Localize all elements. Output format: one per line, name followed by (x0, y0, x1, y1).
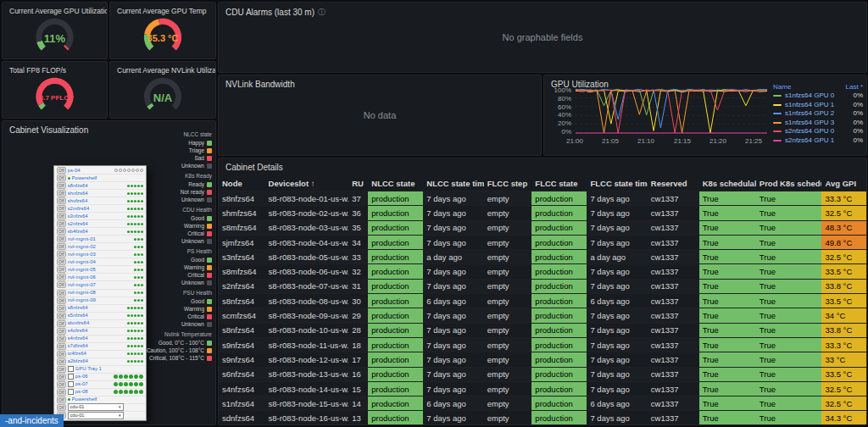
legend-item[interactable]: Triage (142, 147, 212, 154)
cell-link[interactable]: s8nfzs64 (219, 294, 265, 308)
power-toggle[interactable]: Off (57, 213, 66, 219)
power-toggle[interactable]: Off (57, 351, 66, 358)
rack-item-link[interactable]: nvl-mgmt-07 (68, 282, 132, 288)
power-toggle[interactable]: Off (57, 228, 66, 235)
checkbox[interactable] (68, 381, 74, 387)
rack-item-link[interactable]: nvl-mgmt-05 (68, 267, 132, 273)
power-toggle[interactable]: Off (57, 182, 66, 189)
legend-item[interactable]: Good, 0°C - 100°C (142, 339, 212, 347)
series-name[interactable]: s1nfzs64 GPU 1 (785, 101, 849, 110)
column-header[interactable]: Reserved (648, 175, 699, 191)
power-toggle[interactable]: Off (57, 274, 66, 280)
power-toggle[interactable]: Off (57, 205, 66, 212)
rack-item-link[interactable]: nvl-mgmt-04 (68, 259, 132, 265)
checkbox[interactable] (68, 374, 74, 380)
rack-item-link[interactable]: s3nfzs64 (68, 214, 125, 219)
cell-link[interactable]: s8nfzs64 (219, 323, 265, 337)
column-header[interactable]: NLCC state time (423, 175, 483, 191)
legend-item[interactable]: Unknown (142, 237, 212, 245)
rack-item-link[interactable]: nvl-mgmt-03 (68, 252, 132, 258)
legend-series-row[interactable]: s2nfzs64 GPU 00% (773, 127, 863, 136)
column-header[interactable]: FLCC state (531, 175, 587, 191)
power-toggle[interactable]: Off (57, 343, 66, 350)
rack-item-link[interactable]: nvl-mgmt-01 (68, 236, 132, 242)
legend-item[interactable]: Warning (142, 222, 212, 230)
power-toggle[interactable]: Off (57, 336, 66, 342)
series-name[interactable]: s2nfzs64 GPU 0 (785, 127, 849, 136)
rack-item-link[interactable]: nvl-mgmt-09 (68, 297, 132, 303)
power-toggle[interactable]: Off (57, 175, 66, 181)
power-toggle[interactable]: Off (57, 313, 66, 319)
rack-item-link[interactable]: ps-08 (75, 389, 112, 395)
legend-item[interactable]: Sad (142, 154, 212, 162)
legend-series-row[interactable]: s1nfzs64 GPU 20% (773, 109, 863, 119)
legend-series-row[interactable]: s1nfzs64 GPU 00% (773, 92, 863, 101)
cell-link[interactable]: s9nfzs64 (219, 337, 265, 352)
cdu-select[interactable]: cdu-01▾ (68, 403, 124, 411)
cell-link[interactable]: shmfzs64 (219, 206, 265, 220)
status-link[interactable]: -and-incidents (0, 414, 64, 427)
power-toggle[interactable]: Off (57, 220, 66, 227)
cell-link[interactable]: s8nfzs64 (219, 191, 265, 206)
legend-series-row[interactable]: s1nfzs64 GPU 30% (773, 119, 863, 128)
power-toggle[interactable]: Off (57, 320, 66, 327)
rack-item-link[interactable]: ps-07 (75, 381, 112, 387)
rack-item-link[interactable]: s4nfzs64 (68, 336, 125, 341)
rack-item-link[interactable]: a2bfzs64 (68, 358, 125, 364)
legend-item[interactable]: Critical (142, 230, 212, 237)
column-header[interactable]: Avg GPI (821, 175, 866, 191)
rack-item-link[interactable]: GPU Tray 1 (75, 366, 143, 372)
cell-link[interactable]: s6nfzs64 (219, 367, 265, 381)
legend-item[interactable]: Unknown (142, 279, 212, 286)
cdu-select[interactable]: cdu-01▾ (68, 412, 124, 419)
legend-item[interactable]: Good (142, 297, 212, 305)
rack-item-link[interactable]: s2mfzs64 (68, 206, 125, 212)
legend-item[interactable]: Critical (142, 313, 212, 320)
legend-series-row[interactable]: s2nfzs64 GPU 10% (773, 136, 863, 146)
cell-link[interactable]: sdnfzs64 (219, 411, 265, 425)
series-name[interactable]: s1nfzs64 GPU 0 (785, 92, 849, 101)
power-toggle[interactable]: Off (57, 167, 66, 174)
power-toggle[interactable]: Off (57, 374, 66, 380)
power-toggle[interactable]: Off (57, 281, 66, 288)
column-header[interactable]: NLCC state (368, 175, 423, 191)
cell-link[interactable]: s2nfzs64 (219, 279, 265, 293)
legend-item[interactable]: Critical, 108°C - 115°C (142, 354, 212, 362)
legend-item[interactable]: Unknown (142, 196, 212, 203)
series-name[interactable]: s1nfzs64 GPU 3 (785, 119, 849, 128)
power-toggle[interactable]: Off (57, 236, 66, 242)
legend-item[interactable]: Happy (142, 139, 212, 147)
info-icon[interactable]: ⓘ (318, 7, 326, 18)
legend-item[interactable]: Unknown (142, 162, 212, 169)
legend-item[interactable]: Caution, 100°C - 108°C (142, 347, 212, 354)
cell-link[interactable]: s1nfzs64 (219, 396, 265, 411)
power-toggle[interactable]: Off (57, 297, 66, 304)
legend-item[interactable]: Good (142, 214, 212, 222)
power-toggle[interactable]: Off (57, 266, 66, 273)
rack-item-link[interactable]: nvl-mgmt-02 (68, 244, 132, 250)
rack-item-link[interactable]: s7dfzs64 (68, 343, 125, 349)
cell-link[interactable]: s4nfzs64 (219, 381, 265, 396)
rack-item-link[interactable]: nvl-mgmt-08 (68, 290, 132, 296)
power-toggle[interactable]: Off (57, 389, 66, 396)
cell-link[interactable]: scmfzs64 (219, 308, 265, 323)
column-header[interactable]: K8s schedulable (699, 175, 756, 191)
column-header[interactable]: FLCC state time (587, 175, 647, 191)
legend-item[interactable]: Unknown (142, 320, 212, 328)
legend-item[interactable]: Good (142, 256, 212, 263)
legend-series-row[interactable]: s1nfzs64 GPU 10% (773, 101, 863, 110)
rack-item-link[interactable]: shnfzs64 (68, 191, 125, 197)
legend-item[interactable]: Ready (142, 180, 212, 188)
column-header[interactable]: FLCC step (484, 175, 532, 191)
cell-link[interactable]: s8mfzs64 (219, 220, 265, 235)
power-toggle[interactable]: Off (57, 290, 66, 297)
cell-link[interactable]: s8mfzs64 (219, 264, 265, 279)
column-header[interactable]: Prod K8s schedulable (756, 175, 822, 191)
power-toggle[interactable]: Off (57, 190, 66, 197)
power-toggle[interactable]: Off (57, 197, 66, 204)
checkbox[interactable] (68, 366, 74, 372)
cell-link[interactable]: s9nfzs64 (219, 352, 265, 367)
power-toggle[interactable]: Off (57, 358, 66, 365)
power-toggle[interactable]: Off (57, 328, 66, 335)
legend-item[interactable]: Critical (142, 271, 212, 279)
